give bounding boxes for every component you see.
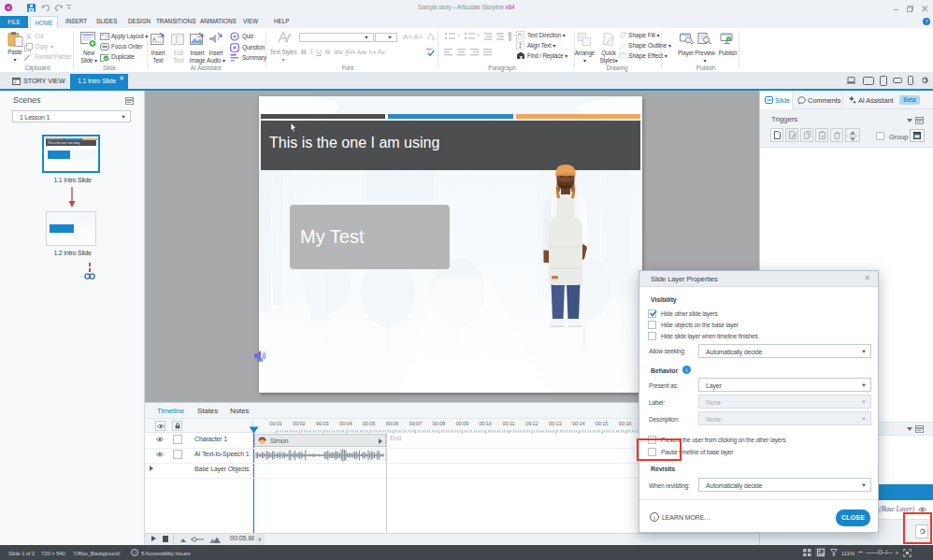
svg-text:A: A — [152, 36, 156, 42]
svg-text:i: i — [686, 366, 688, 373]
svg-text:i: i — [135, 550, 136, 555]
svg-text:sl: sl — [7, 6, 9, 10]
svg-text:?: ? — [926, 19, 928, 24]
svg-text:i: i — [653, 514, 655, 522]
